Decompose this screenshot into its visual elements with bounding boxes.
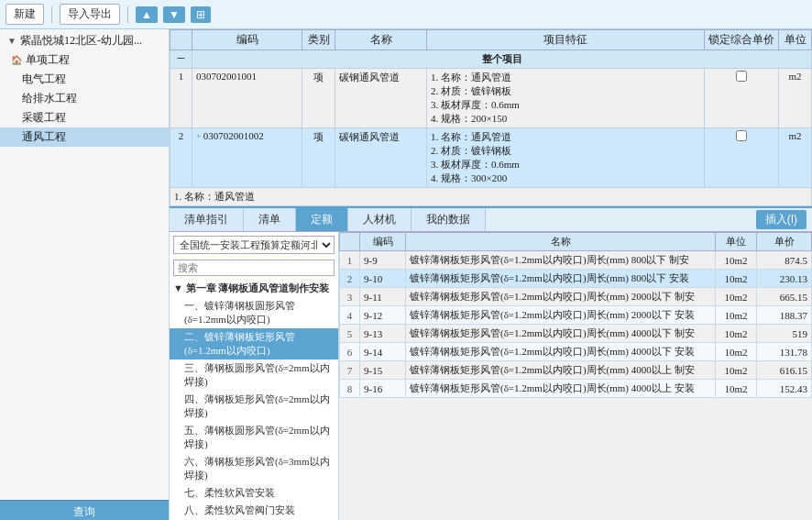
home-icon: 🏠 [11, 55, 22, 65]
qt-row-num: 5 [340, 325, 360, 343]
import-export-button[interactable]: 导入导出 [60, 4, 120, 25]
quota-item-1-6[interactable]: 六、薄钢板矩形风管(δ=3mm以内焊接) [170, 453, 338, 484]
bottom-area: 清单指引 清单 定额 人材机 我的数据 插入(I) 全国统一安装工程预算定额河北… [170, 208, 812, 520]
row-name: 碳钢通风管道 [335, 128, 427, 188]
quota-item-1-7[interactable]: 七、柔性软风管安装 [170, 484, 338, 502]
row-num: 2 [170, 128, 192, 188]
new-button[interactable]: 新建 [5, 4, 44, 25]
row-features: 1. 名称：通风管道2. 材质：镀锌钢板3. 板材厚度：0.6mm4. 规格：2… [427, 69, 705, 128]
row-locked[interactable] [705, 128, 779, 188]
quota-select[interactable]: 全国统一安装工程预算定额河北省消耗量定额(2012) [173, 236, 335, 254]
col-header-locked: 锁定综合单价 [705, 30, 779, 50]
qt-row-price: 230.13 [757, 270, 812, 288]
sidebar-item-single[interactable]: 🏠 单项工程 [0, 50, 169, 70]
partial-features: 1. 名称：通风管道 [170, 188, 812, 206]
quota-search-input[interactable] [173, 260, 335, 276]
qt-row-code: 9-16 [360, 380, 406, 398]
quota-table-row[interactable]: 5 9-13 镀锌薄钢板矩形风管(δ=1.2mm以内咬口)周长(mm) 4000… [340, 325, 812, 343]
sidebar: ▼ 紫晶悦城12北区-幼儿园... 🏠 单项工程 电气工程 给排水工程 采暖工程… [0, 29, 170, 520]
qt-row-num: 3 [340, 288, 360, 306]
row-locked[interactable] [705, 69, 779, 128]
project-label: 紫晶悦城12北区-幼儿园... [20, 33, 142, 49]
qt-row-unit: 10m2 [716, 343, 757, 361]
quota-item-1-2[interactable]: 二、镀锌薄钢板矩形风管(δ=1.2mm以内咬口) [170, 328, 338, 360]
qt-row-code: 9-15 [360, 361, 406, 380]
qt-col-num [340, 233, 360, 251]
quota-table-row[interactable]: 6 9-14 镀锌薄钢板矩形风管(δ=1.2mm以内咬口)周长(mm) 4000… [340, 343, 812, 361]
top-table-area: 编码 类别 名称 项目特征 锁定综合单价 单位 ─ 整个项目 [170, 29, 812, 208]
qt-row-unit: 10m2 [716, 306, 757, 325]
qt-row-unit: 10m2 [716, 380, 757, 398]
qt-row-unit: 10m2 [716, 288, 757, 306]
top-table: 编码 类别 名称 项目特征 锁定综合单价 单位 ─ 整个项目 [170, 29, 812, 206]
qt-row-price: 188.37 [757, 306, 812, 325]
col-header-unit: 单位 [779, 30, 812, 50]
quota-item-1-1[interactable]: 一、镀锌薄钢板圆形风管(δ=1.2mm以内咬口) [170, 297, 338, 328]
table-row[interactable]: 1 030702001001 项 碳钢通风管道 1. 名称：通风管道2. 材质：… [170, 69, 812, 128]
qt-row-num: 1 [340, 251, 360, 270]
row-features: 1. 名称：通风管道2. 材质：镀锌钢板3. 板材厚度：0.6mm4. 规格：3… [427, 128, 705, 188]
expand-button[interactable]: ⊞ [191, 6, 211, 23]
sidebar-item-plumbing[interactable]: 给排水工程 [0, 89, 169, 108]
qt-row-price: 131.78 [757, 343, 812, 361]
separator-2 [127, 6, 128, 23]
tab-quota[interactable]: 定额 [296, 208, 348, 231]
qt-row-name: 镀锌薄钢板矩形风管(δ=1.2mm以内咬口)周长(mm) 4000以下 制安 [406, 325, 716, 343]
minus-icon: ─ [178, 52, 185, 63]
quota-tree: ▼ 第一章 薄钢板通风管道制作安装 一、镀锌薄钢板圆形风管(δ=1.2mm以内咬… [170, 278, 338, 520]
qt-col-name: 名称 [406, 233, 716, 251]
quota-item-1-3[interactable]: 三、薄钢板圆形风管(δ=2mm以内焊接) [170, 360, 338, 391]
expand-icon[interactable]: + [196, 131, 202, 141]
query-button[interactable]: 查询 [0, 500, 169, 520]
quota-table-row[interactable]: 4 9-12 镀锌薄钢板矩形风管(δ=1.2mm以内咬口)周长(mm) 2000… [340, 306, 812, 325]
sidebar-item-project[interactable]: ▼ 紫晶悦城12北区-幼儿园... [0, 31, 169, 50]
qt-row-code: 9-12 [360, 306, 406, 325]
down-button[interactable]: ▼ [163, 6, 185, 23]
row-num: 1 [170, 69, 192, 128]
folder-icon: ▼ [7, 36, 16, 46]
row-code: 030702001001 [192, 69, 302, 128]
qt-row-name: 镀锌薄钢板矩形风管(δ=1.2mm以内咬口)周长(mm) 2000以下 安装 [406, 306, 716, 325]
qt-row-name: 镀锌薄钢板矩形风管(δ=1.2mm以内咬口)周长(mm) 800以下 制安 [406, 251, 716, 270]
sidebar-item-electrical[interactable]: 电气工程 [0, 70, 169, 89]
qt-col-unit: 单位 [716, 233, 757, 251]
qt-row-num: 8 [340, 380, 360, 398]
qt-row-num: 4 [340, 306, 360, 325]
right-content: 编码 类别 名称 项目特征 锁定综合单价 单位 ─ 整个项目 [170, 29, 812, 520]
col-header-code: 编码 [192, 30, 302, 50]
tab-mydata[interactable]: 我的数据 [411, 208, 486, 231]
up-button[interactable]: ▲ [136, 6, 158, 23]
tab-labor[interactable]: 人材机 [348, 208, 411, 231]
separator-1 [51, 6, 52, 23]
sidebar-item-heating[interactable]: 采暖工程 [0, 108, 169, 127]
tab-quota-guide[interactable]: 清单指引 [170, 208, 244, 231]
quota-table-row[interactable]: 1 9-9 镀锌薄钢板矩形风管(δ=1.2mm以内咬口)周长(mm) 800以下… [340, 251, 812, 270]
project-tree: ▼ 紫晶悦城12北区-幼儿园... 🏠 单项工程 电气工程 给排水工程 采暖工程… [0, 29, 169, 500]
col-header-num [170, 30, 192, 50]
tab-bar: 清单指引 清单 定额 人材机 我的数据 插入(I) [170, 208, 812, 232]
tab-list[interactable]: 清单 [244, 208, 296, 231]
col-header-category: 类别 [302, 30, 335, 50]
single-project-label: 单项工程 [26, 52, 70, 68]
quota-item-1-5[interactable]: 五、薄钢板圆形风管(δ=2mm以内焊接) [170, 422, 338, 453]
qt-row-unit: 10m2 [716, 361, 757, 380]
table-row[interactable]: 2 +030702001002 项 碳钢通风管道 1. 名称：通风管道2. 材质… [170, 128, 812, 188]
sidebar-item-ventilation[interactable]: 通风工程 [0, 127, 169, 147]
qt-row-price: 874.5 [757, 251, 812, 270]
qt-row-code: 9-13 [360, 325, 406, 343]
electrical-label: 电气工程 [22, 72, 66, 87]
quota-table-row[interactable]: 7 9-15 镀锌薄钢板矩形风管(δ=1.2mm以内咬口)周长(mm) 4000… [340, 361, 812, 380]
quota-table-row[interactable]: 8 9-16 镀锌薄钢板矩形风管(δ=1.2mm以内咬口)周长(mm) 4000… [340, 380, 812, 398]
quota-item-1-4[interactable]: 四、薄钢板矩形风管(δ=2mm以内焊接) [170, 391, 338, 422]
insert-button[interactable]: 插入(I) [756, 210, 807, 229]
quota-table-row[interactable]: 3 9-11 镀锌薄钢板矩形风管(δ=1.2mm以内咬口)周长(mm) 2000… [340, 288, 812, 306]
quota-item-1-8[interactable]: 八、柔性软风管阀门安装 [170, 502, 338, 519]
quota-table-row[interactable]: 2 9-10 镀锌薄钢板矩形风管(δ=1.2mm以内咬口)周长(mm) 800以… [340, 270, 812, 288]
quota-chapter-1[interactable]: ▼ 第一章 薄钢板通风管道制作安装 [170, 280, 338, 297]
qt-col-price: 单价 [757, 233, 812, 251]
plumbing-label: 给排水工程 [22, 91, 77, 106]
qt-col-code: 编码 [360, 233, 406, 251]
qt-row-num: 6 [340, 343, 360, 361]
qt-row-name: 镀锌薄钢板矩形风管(δ=1.2mm以内咬口)周长(mm) 4000以下 安装 [406, 343, 716, 361]
collapse-icon[interactable]: ─ [170, 50, 192, 69]
